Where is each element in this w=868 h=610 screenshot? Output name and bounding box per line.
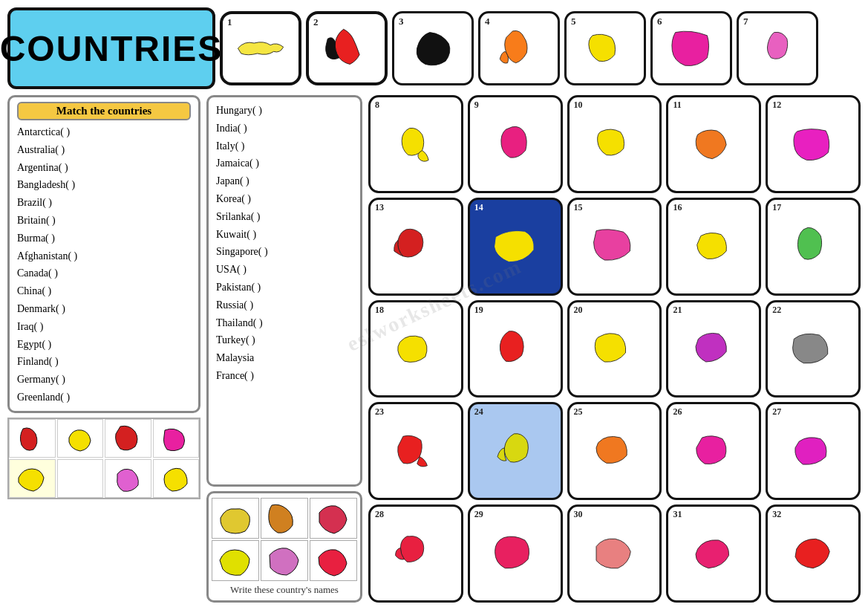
cell-num-2: 2	[313, 16, 319, 28]
shape-10	[588, 122, 640, 166]
country-item: Antarctica( )	[17, 123, 191, 141]
write-shape-4	[217, 544, 254, 578]
write-cell-4	[212, 540, 259, 581]
country-item: USA( )	[216, 261, 353, 279]
small-shape-6	[113, 463, 143, 494]
left-grid-cell	[57, 419, 104, 458]
country-cell-8: 8	[368, 95, 463, 193]
country-item: Iraq( )	[17, 318, 191, 336]
country-item: Canada( )	[17, 265, 191, 282]
country-item: Germany( )	[17, 371, 191, 389]
country-item: Thailand( )	[216, 314, 353, 332]
left-grid-cell	[105, 459, 151, 498]
shape-15	[588, 224, 640, 269]
country-item: Finland( )	[17, 353, 191, 371]
shape-23	[390, 429, 442, 473]
write-cell-1	[212, 498, 259, 539]
main-row: Match the countries Antarctica( ) Austra…	[7, 95, 861, 603]
country-item: Malaysia	[216, 349, 353, 367]
page-title: COUNTRIES	[0, 28, 223, 69]
country-cell-6: 6	[650, 11, 732, 85]
country-item: Greenland( )	[17, 389, 191, 406]
country-cell-2: 2	[306, 11, 388, 85]
small-shape-5	[17, 463, 47, 494]
small-shape-2	[65, 423, 95, 454]
country-cell-10: 10	[567, 95, 662, 193]
top-row: COUNTRIES 1 2 3 4	[7, 7, 861, 89]
country-item: Argentina( )	[17, 159, 191, 177]
shape-14	[489, 224, 541, 269]
shape-16	[688, 224, 740, 269]
cell-num-6: 6	[657, 16, 662, 27]
country-item: Britain( )	[17, 212, 191, 230]
country-cell-30: 30	[567, 504, 662, 603]
left-panel: Match the countries Antarctica( ) Austra…	[7, 95, 200, 603]
write-cell-6	[310, 540, 357, 581]
country-cell-27: 27	[766, 402, 861, 500]
country-item: Brazil( )	[17, 194, 191, 212]
country-item: Jamaica( )	[216, 155, 353, 172]
country-item: Bangladesh( )	[17, 176, 191, 194]
left-grid-cell	[57, 459, 104, 498]
country-cell-13: 13	[368, 198, 463, 296]
shape-29	[489, 531, 541, 576]
country-item: Australia( )	[17, 141, 191, 159]
shape-28	[390, 531, 442, 576]
countries-col2: Hungary( ) India( ) Italy( ) Jamaica( ) …	[216, 102, 353, 385]
write-cell-5	[261, 540, 308, 581]
country-item: Korea( )	[216, 190, 353, 208]
country-cell-12: 12	[766, 95, 861, 193]
left-grid-cell	[9, 419, 56, 458]
cell-num-5: 5	[571, 16, 576, 27]
shape-21	[688, 326, 740, 371]
right-grid: 8 9 10 11	[368, 95, 861, 603]
country-cell-15: 15	[567, 198, 662, 296]
country-item: Srilanka( )	[216, 208, 353, 226]
shape-11	[688, 122, 740, 166]
iraq-shape	[579, 26, 631, 71]
country-item: Afghanistan( )	[17, 247, 191, 265]
write-cell-3	[310, 498, 357, 539]
left-image-grid	[7, 418, 200, 499]
country-cell-24: 24	[468, 402, 563, 500]
shape-19	[489, 326, 541, 371]
shape-26	[688, 429, 740, 473]
country-item: Russia( )	[216, 296, 353, 314]
small-shape-7	[161, 463, 191, 494]
country-cell-18: 18	[368, 300, 463, 398]
country-item: China( )	[17, 282, 191, 300]
country-item: India( )	[216, 120, 353, 137]
country-item: Singapore( )	[216, 243, 353, 261]
country-cell-5: 5	[564, 11, 646, 85]
country-cell-9: 9	[468, 95, 563, 193]
cell7-shape	[751, 26, 803, 71]
mid-panel: Hungary( ) India( ) Italy( ) Jamaica( ) …	[206, 95, 362, 603]
shape-18	[390, 326, 442, 371]
shape-22	[787, 326, 839, 371]
write-cell-2	[261, 498, 308, 539]
match-box: Match the countries Antarctica( ) Austra…	[7, 95, 200, 413]
country-cell-25: 25	[567, 402, 662, 500]
shape-24	[489, 429, 541, 473]
brazil-shape	[665, 26, 717, 71]
write-shape-1	[217, 502, 254, 536]
cell-num-1: 1	[227, 16, 232, 28]
country-cell-20: 20	[567, 300, 662, 398]
shape-9	[489, 122, 541, 166]
country-item: Italy( )	[216, 137, 353, 155]
shape-12	[787, 122, 839, 166]
turkey-shape	[235, 26, 287, 71]
country-item: France( )	[216, 367, 353, 385]
country-item: Egypt( )	[17, 336, 191, 354]
country-cell-32: 32	[766, 504, 861, 603]
left-grid-cell	[9, 459, 56, 498]
country-item: Burma( )	[17, 230, 191, 247]
country-cell-4: 4	[478, 11, 560, 85]
write-box: Write these country's names	[206, 491, 362, 603]
country-cell-14: 14	[468, 198, 563, 296]
left-grid-cell	[153, 419, 200, 458]
mid-list-box: Hungary( ) India( ) Italy( ) Jamaica( ) …	[206, 95, 362, 487]
small-shape-1	[17, 423, 47, 454]
country-item: Turkey( )	[216, 331, 353, 349]
shape-17	[787, 224, 839, 269]
